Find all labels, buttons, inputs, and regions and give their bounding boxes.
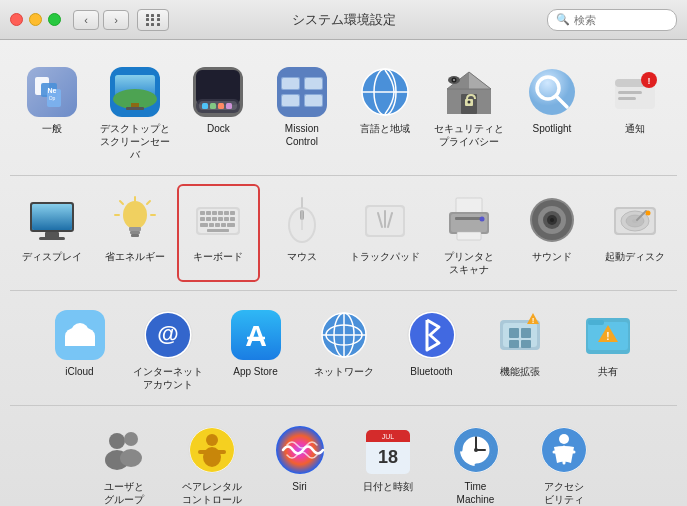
displays-icon xyxy=(22,190,82,250)
svg-rect-77 xyxy=(224,217,229,221)
item-startup[interactable]: 起動ディスク xyxy=(594,184,677,282)
item-dock[interactable]: Dock xyxy=(177,56,260,167)
item-desktop[interactable]: デスクトップとスクリーンセーバ xyxy=(93,56,176,167)
item-datetime[interactable]: 18 JUL 日付と時刻 xyxy=(344,414,432,506)
item-accessibility[interactable]: アクセシビリティ xyxy=(520,414,608,506)
item-sound[interactable]: サウンド xyxy=(510,184,593,282)
svg-rect-59 xyxy=(131,234,139,237)
svg-rect-71 xyxy=(224,211,229,215)
item-network[interactable]: ネットワーク xyxy=(300,299,388,397)
item-extensions[interactable]: ! 機能拡張 xyxy=(476,299,564,397)
svg-rect-17 xyxy=(210,103,216,109)
spotlight-icon xyxy=(522,62,582,122)
item-displays[interactable]: ディスプレイ xyxy=(10,184,93,282)
item-spotlight[interactable]: Spotlight xyxy=(510,56,593,167)
nav-buttons: ‹ › xyxy=(73,10,129,30)
svg-rect-98 xyxy=(457,232,481,240)
item-mouse[interactable]: マウス xyxy=(260,184,343,282)
svg-rect-69 xyxy=(212,211,217,215)
item-icloud[interactable]: iCloud xyxy=(36,299,124,397)
item-trackpad[interactable]: トラックパッド xyxy=(344,184,427,282)
svg-rect-83 xyxy=(227,223,235,227)
forward-button[interactable]: › xyxy=(103,10,129,30)
svg-point-112 xyxy=(646,211,651,216)
section-2: ディスプレイ 省エネルギー xyxy=(10,184,677,282)
item-keyboard[interactable]: キーボード xyxy=(177,184,260,282)
svg-rect-20 xyxy=(277,67,327,117)
svg-rect-79 xyxy=(200,223,208,227)
titlebar: ‹ › システム環境設定 🔍 xyxy=(0,0,687,40)
back-button[interactable]: ‹ xyxy=(73,10,99,30)
security-icon xyxy=(439,62,499,122)
svg-rect-117 xyxy=(65,336,95,346)
svg-rect-134 xyxy=(509,328,519,338)
parental-label: ペアレンタルコントロール xyxy=(182,480,242,506)
printer-icon xyxy=(439,190,499,250)
siri-label: Siri xyxy=(292,480,306,493)
startup-icon xyxy=(605,190,665,250)
svg-text:18: 18 xyxy=(377,447,397,467)
item-timemachine[interactable]: TimeMachine xyxy=(432,414,520,506)
svg-rect-16 xyxy=(202,103,208,109)
item-appstore[interactable]: A App Store xyxy=(212,299,300,397)
item-sharing[interactable]: ! 共有 xyxy=(564,299,652,397)
svg-point-38 xyxy=(467,101,470,104)
item-notifications[interactable]: ! 通知 xyxy=(594,56,677,167)
minimize-button[interactable] xyxy=(29,13,42,26)
siri-icon xyxy=(270,420,330,480)
svg-rect-82 xyxy=(221,223,226,227)
svg-point-99 xyxy=(479,217,484,222)
svg-rect-55 xyxy=(39,237,65,240)
network-icon xyxy=(314,305,374,365)
energy-label: 省エネルギー xyxy=(105,250,165,263)
item-parental[interactable]: ペアレンタルコントロール xyxy=(168,414,256,506)
item-general[interactable]: Ne Op 一般 xyxy=(10,56,93,167)
svg-rect-58 xyxy=(130,231,140,234)
accessibility-label: アクセシビリティ xyxy=(544,480,584,506)
item-security[interactable]: セキュリティとプライバシー xyxy=(427,56,510,167)
item-language[interactable]: 言語と地域 xyxy=(344,56,427,167)
svg-point-147 xyxy=(124,432,138,446)
svg-rect-97 xyxy=(455,217,483,220)
search-input[interactable] xyxy=(574,14,668,26)
svg-line-62 xyxy=(147,201,150,204)
icloud-label: iCloud xyxy=(65,365,93,378)
item-energy[interactable]: 省エネルギー xyxy=(93,184,176,282)
item-users[interactable]: ユーザとグループ xyxy=(80,414,168,506)
window-title: システム環境設定 xyxy=(292,11,396,29)
item-bluetooth[interactable]: Bluetooth xyxy=(388,299,476,397)
section-3: iCloud @ インターネットアカウント xyxy=(10,299,677,397)
internet-label: インターネットアカウント xyxy=(133,365,203,391)
users-label: ユーザとグループ xyxy=(104,480,144,506)
appstore-label: App Store xyxy=(233,365,277,378)
svg-rect-53 xyxy=(32,204,72,230)
close-button[interactable] xyxy=(10,13,23,26)
svg-rect-57 xyxy=(129,227,141,231)
svg-rect-73 xyxy=(200,217,205,221)
svg-text:Ne: Ne xyxy=(47,87,56,94)
general-label: 一般 xyxy=(42,122,62,135)
item-mission[interactable]: MissionControl xyxy=(260,56,343,167)
accessibility-icon xyxy=(534,420,594,480)
bluetooth-icon xyxy=(402,305,462,365)
datetime-icon: 18 JUL xyxy=(358,420,418,480)
item-internet[interactable]: @ インターネットアカウント xyxy=(124,299,212,397)
maximize-button[interactable] xyxy=(48,13,61,26)
svg-text:@: @ xyxy=(157,321,178,346)
svg-rect-75 xyxy=(212,217,217,221)
svg-rect-81 xyxy=(215,223,220,227)
svg-point-105 xyxy=(550,218,554,222)
svg-rect-94 xyxy=(456,198,482,214)
search-box[interactable]: 🔍 xyxy=(547,9,677,31)
appstore-icon: A xyxy=(226,305,286,365)
grid-view-button[interactable] xyxy=(137,9,169,31)
datetime-label: 日付と時刻 xyxy=(363,480,413,493)
extensions-icon: ! xyxy=(490,305,550,365)
notifications-icon: ! xyxy=(605,62,665,122)
sharing-label: 共有 xyxy=(598,365,618,378)
svg-rect-74 xyxy=(206,217,211,221)
svg-rect-133 xyxy=(503,323,537,347)
svg-rect-19 xyxy=(226,103,232,109)
item-printer[interactable]: プリンタとスキャナ xyxy=(427,184,510,282)
item-siri[interactable]: Siri xyxy=(256,414,344,506)
